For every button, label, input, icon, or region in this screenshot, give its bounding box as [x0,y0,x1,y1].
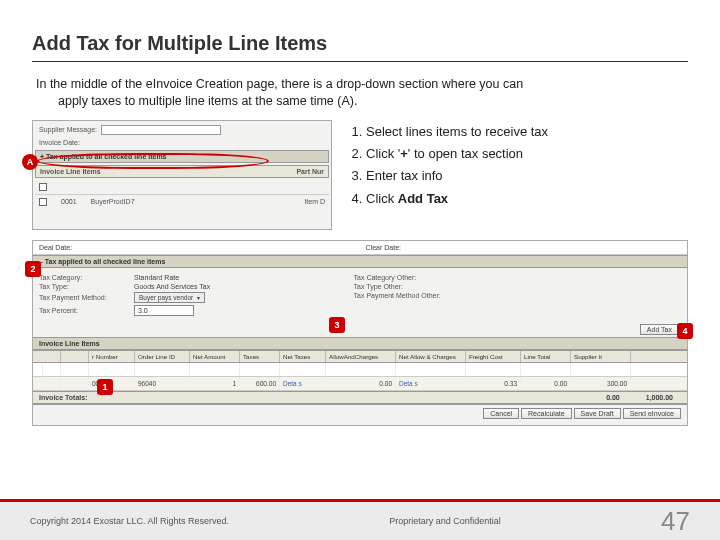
tax-pay-lbl: Tax Payment Method: [39,294,134,301]
footer: Copyright 2014 Exostar LLC. All Rights R… [0,499,720,540]
tax-applied-bar-b: – Tax applied to all checked line items [33,255,687,268]
row-prod: BuyerProdID7 [91,198,135,205]
step-4: Click Add Tax [366,191,688,207]
tax-pay-select: Buyer pays vendor▾ [134,292,205,303]
steps-list: Select lines items to receive tax Click … [346,124,688,230]
screenshot-b: Deal Date: Clear Date: – Tax applied to … [32,240,688,426]
badge-1: 1 [97,379,113,395]
highlight-oval-a [37,153,269,169]
intro-line1: In the middle of the eInvoice Creation p… [36,77,523,91]
intro-text: In the middle of the eInvoice Creation p… [32,76,688,110]
supplier-msg-field [101,125,221,135]
checkbox-all [39,183,47,191]
part-hdr: Part Nur [296,168,324,175]
recalc-button: Recalculate [521,408,572,419]
badge-3: 3 [329,317,345,333]
slide: Add Tax for Multiple Line Items In the m… [0,0,720,540]
step-1: Select lines items to receive tax [366,124,688,140]
gh-ac: AllowAndCharges [326,351,396,362]
checkbox-row [39,198,47,206]
row-item: Item D [304,198,325,205]
screenshot-a: Supplier Message: Invoice Date: + Tax ap… [32,120,332,230]
step4-bold: Add Tax [398,191,448,206]
tax-pay-val: Buyer pays vendor [139,294,193,301]
gr-tax-link: Deta s [280,377,326,390]
gr-netac: 0.33 [466,377,521,390]
row-id: 0001 [61,198,77,205]
grid-row-blank [33,363,687,377]
gh-supp: Supplier It [571,351,631,362]
tax-type-val: Goods And Services Tax [134,283,210,290]
confidential-text: Proprietary and Confidential [389,516,501,526]
checkbox-row1 [36,377,43,390]
tax-pct-lbl: Tax Percent: [39,307,134,314]
gh-netamt: Net Amount [190,351,240,362]
screenshot-a-wrap: Supplier Message: Invoice Date: + Tax ap… [32,120,332,230]
intro-line2: apply taxes to multiple line items at th… [36,93,688,110]
tax-form: Tax Category:Standard Rate Tax Type:Good… [33,268,687,322]
tax-payoth-lbl: Tax Payment Method Other: [354,292,484,299]
tax-cat-lbl: Tax Category: [39,274,134,281]
grid-header: r Number Order Line ID Net Amount Taxes … [33,350,687,363]
clear-date-lbl: Clear Date: [366,244,401,251]
tax-type-lbl: Tax Type: [39,283,134,290]
add-tax-button: Add Tax [640,324,679,335]
checkbox-all-grid [36,363,43,376]
inv-date-lbl: Invoice Date: [39,139,80,146]
inv-items-hdr: Invoice Line Items [40,168,101,175]
step-2: Click '+' to open tax section [366,146,688,162]
tax-catoth-lbl: Tax Category Other: [354,274,484,281]
invoice-line-items-bar: Invoice Line Items [33,337,687,350]
gh-taxes: Taxes [240,351,280,362]
copyright-text: Copyright 2014 Exostar LLC. All Rights R… [30,516,229,526]
supplier-msg-lbl: Supplier Message: [39,126,97,133]
gr-nettax: 0.00 [326,377,396,390]
totals-v2: 1,000.00 [646,394,673,401]
gr-linetot: 300.00 [571,377,631,390]
gr-freight: 0.00 [521,377,571,390]
gr-amt: 600.00 [240,377,280,390]
save-draft-button: Save Draft [574,408,621,419]
gh-freight: Freight Cost [466,351,521,362]
badge-2: 2 [25,261,41,277]
badge-4: 4 [677,323,693,339]
grid-row-1: 0001 96040 1 600.00 Deta s 0.00 Deta s 0… [33,377,687,391]
gr-ac-link: Deta s [396,377,466,390]
gh-netac: Net Allow & Charges [396,351,466,362]
badge-a: A [22,154,38,170]
totals-row: Invoice Totals: 0.00 1,000.00 [33,391,687,404]
tax-pct-input: 3.0 [134,305,194,316]
tax-typeoth-lbl: Tax Type Other: [354,283,484,290]
gh-linetot: Line Total [521,351,571,362]
gh-order: Order Line ID [135,351,190,362]
top-row: Supplier Message: Invoice Date: + Tax ap… [32,120,688,230]
deal-date-lbl: Deal Date: [39,244,72,251]
action-buttons: Cancel Recalculate Save Draft Send eInvo… [33,404,687,422]
gh-nettax: Net Taxes [280,351,326,362]
gr-qty: 1 [190,377,240,390]
totals-lbl: Invoice Totals: [39,394,88,401]
tax-cat-val: Standard Rate [134,274,179,281]
send-einvoice-button: Send eInvoice [623,408,681,419]
step4-prefix: Click [366,191,398,206]
page-number: 47 [661,506,690,537]
cancel-button: Cancel [483,408,519,419]
caret-icon: ▾ [197,294,200,301]
gh-num: r Number [89,351,135,362]
step-3: Enter tax info [366,168,688,184]
gr-order: 96040 [135,377,190,390]
page-title: Add Tax for Multiple Line Items [32,32,688,62]
totals-v1: 0.00 [606,394,620,401]
